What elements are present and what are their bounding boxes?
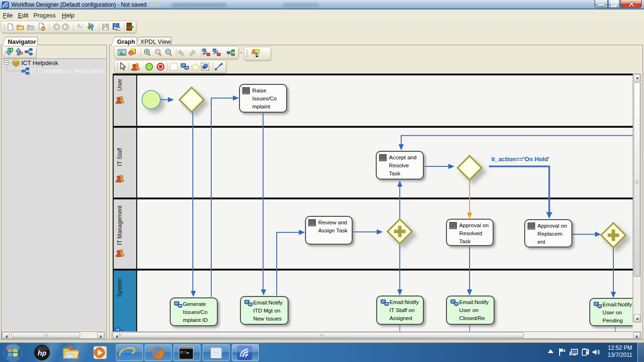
svg-text:hp: hp [38, 349, 46, 357]
svg-text:C:\: C:\ [181, 350, 188, 354]
svg-text:it_action=='On Hold': it_action=='On Hold' [491, 156, 549, 163]
